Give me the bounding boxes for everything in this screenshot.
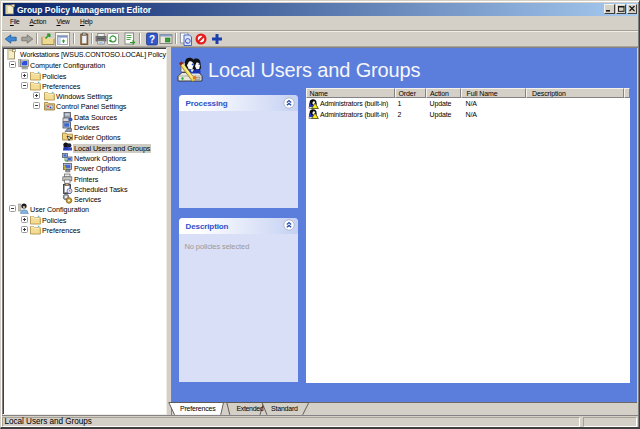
svg-text:Preferences: Preferences	[180, 405, 216, 412]
svg-text:Extended: Extended	[237, 405, 264, 412]
svg-text:Standard: Standard	[271, 405, 298, 412]
svg-text:?: ?	[148, 34, 154, 45]
